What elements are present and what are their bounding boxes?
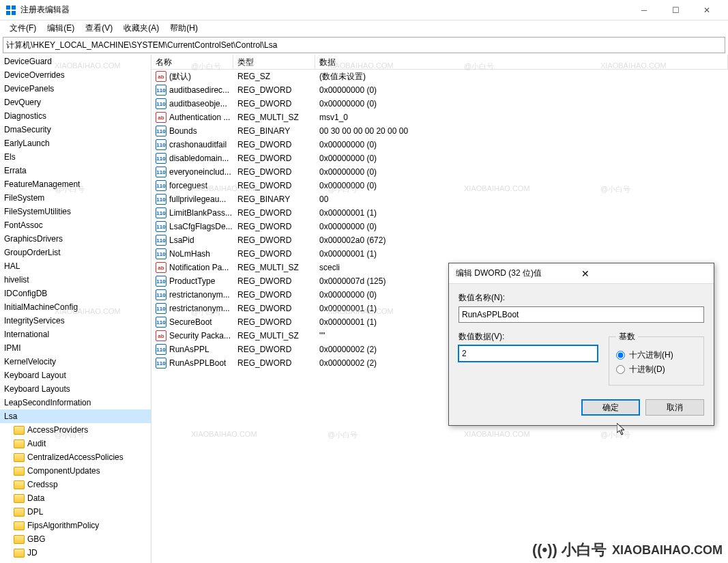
radio-dec[interactable]: 十进制(D) xyxy=(616,364,697,375)
value-row[interactable]: 110forceguestREG_DWORD0x00000000 (0) xyxy=(151,179,728,192)
tree-item[interactable]: Keyboard Layouts xyxy=(0,382,151,396)
value-row[interactable]: 110NoLmHashREG_DWORD0x00000001 (1) xyxy=(151,247,728,261)
tree-pane[interactable]: DeviceGuardDeviceOverridesDevicePanelsDe… xyxy=(0,55,151,563)
radio-hex[interactable]: 十六进制(H) xyxy=(616,349,697,361)
cancel-button[interactable]: 取消 xyxy=(645,399,704,416)
binary-icon: 110 xyxy=(156,317,166,328)
edit-dword-dialog: 编辑 DWORD (32 位)值 ✕ 数值名称(N): 数值数据(V): 基数 … xyxy=(448,263,714,426)
tree-item[interactable]: Keyboard Layout xyxy=(0,369,151,382)
value-row[interactable]: ab(默认)REG_SZ(数值未设置) xyxy=(151,70,728,83)
tree-item[interactable]: EarlyLaunch xyxy=(0,136,151,150)
value-row[interactable]: 110everyoneinclud...REG_DWORD0x00000000 … xyxy=(151,165,728,179)
maximize-button[interactable]: ☐ xyxy=(660,0,691,20)
radio-hex-input[interactable] xyxy=(616,351,625,360)
col-name[interactable]: 名称 xyxy=(151,55,233,69)
tree-item[interactable]: KernelVelocity xyxy=(0,355,151,369)
svg-rect-3 xyxy=(12,11,16,15)
menu-favorites[interactable]: 收藏夹(A) xyxy=(118,21,164,35)
tree-item[interactable]: FontAssoc xyxy=(0,218,151,232)
value-row[interactable]: 110LimitBlankPass...REG_DWORD0x00000001 … xyxy=(151,206,728,220)
tree-item[interactable]: FileSystem xyxy=(0,191,151,205)
tree-item[interactable]: DevicePanels xyxy=(0,82,151,96)
value-row[interactable]: 110disabledomain...REG_DWORD0x00000000 (… xyxy=(151,151,728,165)
tree-item[interactable]: GraphicsDrivers xyxy=(0,232,151,246)
tree-item[interactable]: GBG xyxy=(0,532,151,546)
tree-item[interactable]: DPL xyxy=(0,505,151,519)
tree-item[interactable]: FeatureManagement xyxy=(0,177,151,191)
value-name-input[interactable] xyxy=(458,306,704,323)
tree-item[interactable]: Credssp xyxy=(0,478,151,491)
tree-label: International xyxy=(4,330,49,339)
value-data: 0x00000001 (1) xyxy=(315,208,728,218)
tree-label: Errata xyxy=(4,166,27,175)
folder-icon xyxy=(14,549,25,558)
value-name: restrictanonym... xyxy=(169,290,230,300)
value-name: disabledomain... xyxy=(169,154,229,163)
tree-item[interactable]: IPMI xyxy=(0,341,151,355)
tree-item[interactable]: DeviceGuard xyxy=(0,55,151,68)
value-name: RunAsPPL xyxy=(169,345,209,354)
tree-item[interactable]: Diagnostics xyxy=(0,109,151,123)
tree-item[interactable]: InitialMachineConfig xyxy=(0,300,151,314)
tree-item[interactable]: LeapSecondInformation xyxy=(0,396,151,409)
titlebar: 注册表编辑器 ─ ☐ ✕ xyxy=(0,0,728,20)
tree-item[interactable]: JD xyxy=(0,546,151,560)
tree-item[interactable]: DevQuery xyxy=(0,96,151,109)
value-data: 0x00000000 (0) xyxy=(315,154,728,163)
window-title: 注册表编辑器 xyxy=(20,4,628,16)
tree-item[interactable]: DmaSecurity xyxy=(0,123,151,136)
close-button[interactable]: ✕ xyxy=(691,0,723,20)
menu-view[interactable]: 查看(V) xyxy=(80,21,118,35)
minimize-button[interactable]: ─ xyxy=(628,0,660,20)
ok-button[interactable]: 确定 xyxy=(581,399,640,416)
tree-item[interactable]: HAL xyxy=(0,259,151,273)
address-bar[interactable]: 计算机\HKEY_LOCAL_MACHINE\SYSTEM\CurrentCon… xyxy=(3,37,725,53)
binary-icon: 110 xyxy=(156,207,166,218)
value-row[interactable]: 110crashonauditfailREG_DWORD0x00000000 (… xyxy=(151,138,728,151)
menu-help[interactable]: 帮助(H) xyxy=(164,21,203,35)
value-type: REG_DWORD xyxy=(233,276,315,286)
binary-icon: 110 xyxy=(156,248,166,259)
value-row[interactable]: 110fullprivilegeau...REG_BINARY00 xyxy=(151,192,728,206)
value-data: 00 30 00 00 00 20 00 00 xyxy=(315,126,728,136)
menu-edit[interactable]: 编辑(E) xyxy=(42,21,80,35)
menu-file[interactable]: 文件(F) xyxy=(4,21,42,35)
value-row[interactable]: 110auditbasedirec...REG_DWORD0x00000000 … xyxy=(151,83,728,97)
tree-item[interactable]: FileSystemUtilities xyxy=(0,205,151,218)
value-row[interactable]: 110auditbaseobje...REG_DWORD0x00000000 (… xyxy=(151,97,728,111)
tree-item[interactable]: hivelist xyxy=(0,273,151,287)
value-row[interactable]: 110LsaCfgFlagsDe...REG_DWORD0x00000000 (… xyxy=(151,220,728,233)
tree-item[interactable]: International xyxy=(0,328,151,341)
tree-item[interactable]: Lsa xyxy=(0,409,151,423)
tree-label: Lsa xyxy=(4,412,17,421)
value-data-input[interactable] xyxy=(458,345,598,362)
tree-item[interactable]: Els xyxy=(0,150,151,164)
tree-item[interactable]: Data xyxy=(0,491,151,505)
tree-label: GroupOrderList xyxy=(4,248,61,257)
folder-icon xyxy=(14,535,25,544)
tree-item[interactable]: ComponentUpdates xyxy=(0,464,151,478)
dialog-close-icon[interactable]: ✕ xyxy=(581,268,707,279)
value-row[interactable]: 110BoundsREG_BINARY00 30 00 00 00 20 00 … xyxy=(151,124,728,138)
radio-dec-input[interactable] xyxy=(616,365,625,374)
tree-item[interactable]: AccessProviders xyxy=(0,423,151,437)
tree-item[interactable]: IDConfigDB xyxy=(0,287,151,300)
value-type: REG_DWORD xyxy=(233,222,315,231)
tree-item[interactable]: IntegrityServices xyxy=(0,314,151,328)
value-type: REG_DWORD xyxy=(233,140,315,149)
col-data[interactable]: 数据 xyxy=(315,55,728,69)
tree-item[interactable]: Errata xyxy=(0,164,151,177)
tree-item[interactable]: GroupOrderList xyxy=(0,246,151,259)
tree-item[interactable]: CentralizedAccessPolicies xyxy=(0,450,151,464)
tree-item[interactable]: Audit xyxy=(0,437,151,450)
tree-item[interactable]: FipsAlgorithmPolicy xyxy=(0,519,151,532)
value-row[interactable]: abAuthentication ...REG_MULTI_SZmsv1_0 xyxy=(151,111,728,124)
col-type[interactable]: 类型 xyxy=(233,55,315,69)
value-name: NoLmHash xyxy=(169,249,210,259)
value-type: REG_BINARY xyxy=(233,126,315,136)
binary-icon: 110 xyxy=(156,289,166,300)
tree-item[interactable]: DeviceOverrides xyxy=(0,68,151,82)
value-name: Notification Pa... xyxy=(169,263,229,272)
value-row[interactable]: 110LsaPidREG_DWORD0x000002a0 (672) xyxy=(151,233,728,247)
tree-label: DmaSecurity xyxy=(4,125,51,134)
